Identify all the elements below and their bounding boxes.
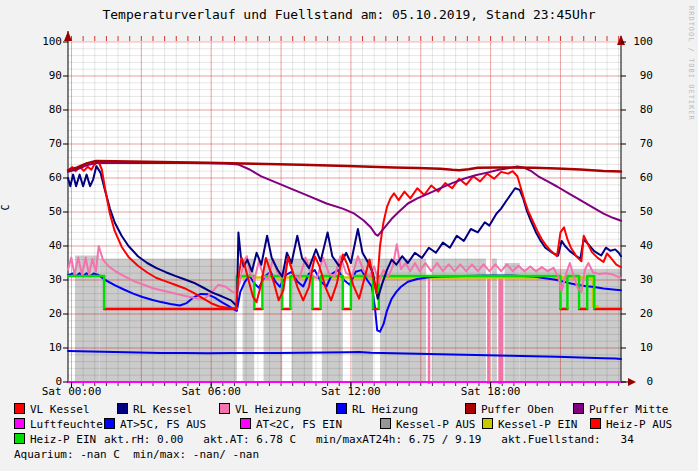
legend-item-label: Puffer Oben	[481, 403, 554, 416]
y-tick-label-right: 80	[628, 104, 653, 116]
legend-item-label: RL Heizung	[352, 403, 418, 416]
y-tick-label-right: 0	[628, 376, 653, 388]
y-axis-arrow	[64, 31, 72, 41]
legend-item: Kessel-P EIN	[482, 418, 577, 431]
y-tick-label-left: 80	[36, 104, 62, 116]
legend-item-label: RL Kessel	[133, 403, 193, 416]
legend-item: Luftfeuchte	[14, 418, 103, 431]
y-tick-label-right: 40	[628, 240, 653, 252]
legend-swatch	[573, 403, 584, 414]
y-tick-label-right: 50	[628, 206, 653, 218]
legend-swatch	[14, 433, 25, 444]
tick-bar-at2c-fs-ein-ticks	[428, 279, 431, 384]
y-tick-label-right: 30	[628, 274, 653, 286]
legend-item: Puffer Oben	[465, 403, 554, 416]
legend-item-label: Heiz-P EIN	[30, 433, 96, 446]
y-tick-label-right: 10	[628, 342, 653, 354]
y-tick-label-left: 40	[36, 240, 62, 252]
legend-item-label: Heiz-P AUS	[606, 418, 672, 431]
x-tick-label: Sat 18:00	[456, 386, 526, 398]
legend-swatch	[240, 418, 251, 429]
legend-item: RL Heizung	[336, 403, 418, 416]
x-tick-label: Sat 06:00	[176, 386, 246, 398]
legend-item: Kessel-P AUS	[380, 418, 475, 431]
legend-item-label: Puffer Mitte	[589, 403, 668, 416]
legend-item: VL Heizung	[219, 403, 301, 416]
legend-swatch	[14, 418, 25, 429]
legend-swatch	[219, 403, 230, 414]
legend-swatch	[336, 403, 347, 414]
x-tick-label: Sat 12:00	[316, 386, 386, 398]
y-tick-label-left: 90	[36, 70, 62, 82]
rrdtool-graph: Temperaturverlauf und Fuellstand am: 05.…	[0, 0, 698, 471]
legend-item-label: VL Kessel	[30, 403, 90, 416]
legend-swatch	[117, 403, 128, 414]
chart-canvas	[0, 0, 698, 471]
y-tick-label-right: 60	[628, 172, 653, 184]
x-tick-label: Sat 00:00	[36, 386, 106, 398]
area-kessel-p-aus	[99, 259, 236, 382]
legend-swatch	[465, 403, 476, 414]
legend-aquarium-text: Aquarium: -nan C min/max: -nan/ -nan	[14, 448, 259, 461]
y-tick-label-left: 70	[36, 138, 62, 150]
legend-item: Heiz-P AUS	[590, 418, 672, 431]
legend-item: AT>5C, FS AUS	[104, 418, 206, 431]
tick-bar-at2c-fs-ein-ticks	[487, 279, 490, 384]
legend-swatch	[104, 418, 115, 429]
y-tick-label-right: 70	[628, 138, 653, 150]
legend-item: Heiz-P EIN	[14, 433, 96, 446]
area-kessel-p-aus	[520, 269, 621, 382]
y-tick-label-left: 20	[36, 308, 62, 320]
legend-swatch	[482, 418, 493, 429]
legend-item: Puffer Mitte	[573, 403, 668, 416]
y-tick-label-left: 10	[36, 342, 62, 354]
legend-item: AT<2C, FS EIN	[240, 418, 342, 431]
legend-item-label: Luftfeuchte	[30, 418, 103, 431]
y-tick-label-left: 30	[36, 274, 62, 286]
legend-swatch	[380, 418, 391, 429]
legend-stats-text: akt.rH: 0.00 akt.AT: 6.78 C min/maxAT24h…	[104, 433, 634, 446]
legend-swatch	[14, 403, 25, 414]
y-tick-label-right: 100	[628, 36, 653, 48]
legend-swatch	[590, 418, 601, 429]
legend-item-label: VL Heizung	[235, 403, 301, 416]
y-tick-label-left: 50	[36, 206, 62, 218]
legend-item-label: AT>5C, FS AUS	[120, 418, 206, 431]
legend-item: VL Kessel	[14, 403, 90, 416]
y-tick-label-left: 100	[36, 36, 62, 48]
legend-item-label: Kessel-P EIN	[498, 418, 577, 431]
y-tick-label-right: 20	[628, 308, 653, 320]
legend-item-label: AT<2C, FS EIN	[256, 418, 342, 431]
legend-item: RL Kessel	[117, 403, 193, 416]
legend-item-label: Kessel-P AUS	[396, 418, 475, 431]
y-tick-label-left: 60	[36, 172, 62, 184]
area-kessel-p-aus	[505, 263, 520, 382]
tick-bar-at2c-fs-ein-ticks	[498, 279, 503, 384]
y-tick-label-right: 90	[628, 70, 653, 82]
